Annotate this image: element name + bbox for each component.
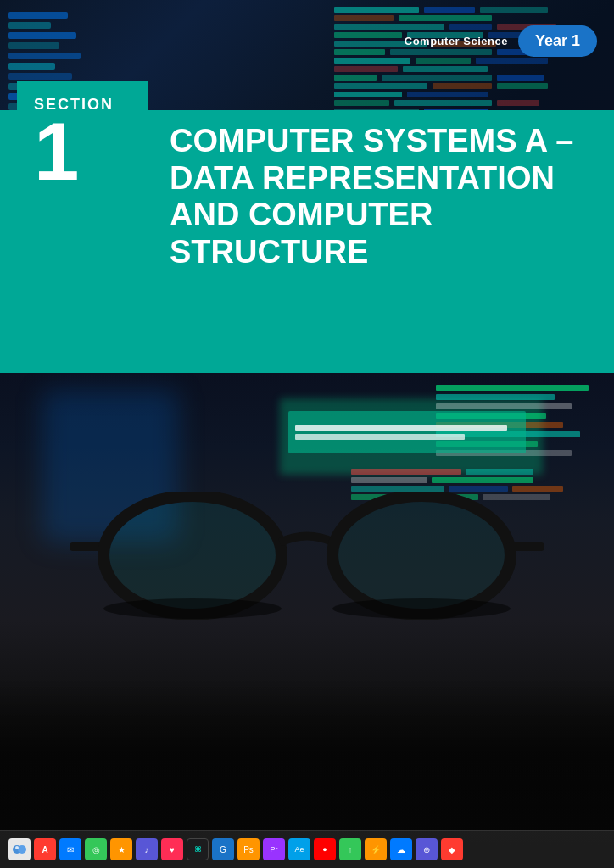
svg-point-10 <box>15 846 19 849</box>
taskbar-icon-2[interactable]: ✉ <box>59 838 81 860</box>
svg-rect-5 <box>506 542 544 551</box>
taskbar-icon-13[interactable]: ↑ <box>339 838 361 860</box>
taskbar-icon-4[interactable]: ★ <box>110 838 132 860</box>
svg-point-2 <box>109 502 276 609</box>
taskbar-icon-16[interactable]: ⊕ <box>416 838 438 860</box>
year-badge: Year 1 <box>518 25 597 57</box>
taskbar-icon-7[interactable]: ⌘ <box>187 838 209 860</box>
taskbar-icon-8[interactable]: G <box>212 838 234 860</box>
section-box: SECTION 1 <box>17 81 148 210</box>
taskbar-icon-17[interactable]: ◆ <box>441 838 463 860</box>
taskbar-icon-15[interactable]: ☁ <box>390 838 412 860</box>
svg-point-9 <box>18 845 26 854</box>
taskbar-icon-3[interactable]: ◎ <box>85 838 107 860</box>
svg-point-4 <box>338 502 505 609</box>
taskbar-icon-finder[interactable] <box>8 838 31 860</box>
taskbar: A ✉ ◎ ★ ♪ ♥ ⌘ G Ps Pr Ae ● ↑ ⚡ ☁ ⊕ ◆ <box>0 830 614 868</box>
taskbar-icon-14[interactable]: ⚡ <box>365 838 387 860</box>
taskbar-icon-9[interactable]: Ps <box>237 838 260 860</box>
bottom-photo <box>0 373 614 868</box>
section-number: 1 <box>34 117 79 186</box>
taskbar-icon-1[interactable]: A <box>34 838 56 860</box>
main-title: COMPUTER SYSTEMS A – DATA REPRESENTATION… <box>170 123 597 271</box>
taskbar-icon-11[interactable]: Ae <box>288 838 310 860</box>
taskbar-icon-5[interactable]: ♪ <box>136 838 158 860</box>
header-area: Computer Science Year 1 <box>405 25 597 57</box>
svg-point-7 <box>332 598 511 619</box>
svg-point-6 <box>103 598 282 619</box>
taskbar-icon-12[interactable]: ● <box>314 838 336 860</box>
title-area: COMPUTER SYSTEMS A – DATA REPRESENTATION… <box>170 123 597 271</box>
subject-label: Computer Science <box>405 35 508 47</box>
taskbar-icon-6[interactable]: ♥ <box>161 838 183 860</box>
taskbar-icon-10[interactable]: Pr <box>263 838 285 860</box>
